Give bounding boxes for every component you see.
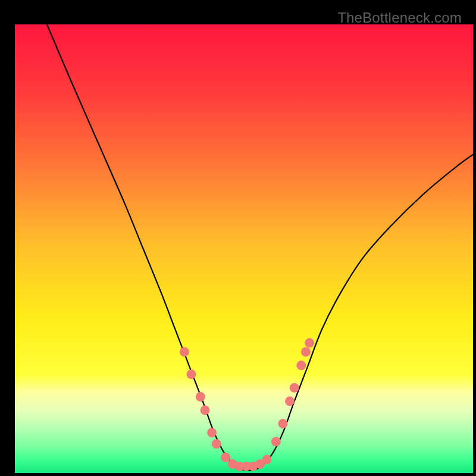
highlight-dot [285, 396, 295, 406]
highlight-dot [212, 439, 221, 449]
highlight-dot [301, 347, 311, 356]
highlight-dot [278, 419, 287, 428]
highlight-dot [180, 347, 189, 356]
highlight-dot [201, 405, 210, 415]
chart-plot-area [15, 24, 473, 473]
highlight-dot [262, 455, 272, 464]
highlight-dot [186, 369, 196, 379]
highlight-dot [196, 392, 205, 402]
highlight-dot [305, 338, 314, 347]
watermark-text: TheBottleneck.com [337, 10, 462, 26]
chart-svg [15, 24, 473, 473]
highlight-dot [207, 428, 217, 437]
highlight-dot [296, 361, 306, 370]
highlight-dot [290, 383, 299, 393]
highlight-dot [271, 437, 281, 446]
chart-frame: TheBottleneck.com [6, 6, 470, 470]
gradient-background [15, 24, 473, 473]
highlight-dot [221, 453, 230, 462]
